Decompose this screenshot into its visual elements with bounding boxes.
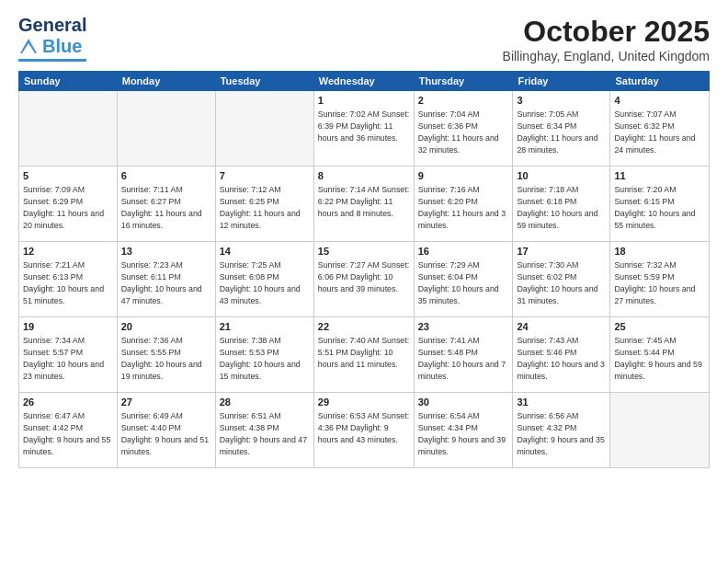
calendar-cell: 13Sunrise: 7:23 AM Sunset: 6:11 PM Dayli… bbox=[117, 242, 215, 317]
day-info: Sunrise: 7:02 AM Sunset: 6:39 PM Dayligh… bbox=[318, 109, 410, 144]
day-info: Sunrise: 7:11 AM Sunset: 6:27 PM Dayligh… bbox=[121, 184, 211, 231]
header: General Blue October 2025 Billinghay, En… bbox=[18, 15, 710, 63]
day-info: Sunrise: 7:38 AM Sunset: 5:53 PM Dayligh… bbox=[220, 335, 310, 382]
calendar-cell: 4Sunrise: 7:07 AM Sunset: 6:32 PM Daylig… bbox=[610, 91, 710, 167]
month-title: October 2025 bbox=[503, 15, 710, 49]
day-number: 8 bbox=[318, 169, 410, 183]
calendar-week-1: 1Sunrise: 7:02 AM Sunset: 6:39 PM Daylig… bbox=[19, 91, 710, 167]
day-info: Sunrise: 7:07 AM Sunset: 6:32 PM Dayligh… bbox=[614, 109, 705, 155]
day-info: Sunrise: 7:41 AM Sunset: 5:48 PM Dayligh… bbox=[418, 335, 509, 382]
day-number: 14 bbox=[220, 245, 310, 259]
day-number: 1 bbox=[318, 94, 410, 108]
day-info: Sunrise: 7:45 AM Sunset: 5:44 PM Dayligh… bbox=[614, 335, 705, 382]
calendar-cell: 10Sunrise: 7:18 AM Sunset: 6:18 PM Dayli… bbox=[513, 167, 610, 242]
day-info: Sunrise: 7:04 AM Sunset: 6:36 PM Dayligh… bbox=[418, 109, 509, 155]
day-info: Sunrise: 7:36 AM Sunset: 5:55 PM Dayligh… bbox=[121, 335, 211, 382]
day-number: 10 bbox=[517, 169, 606, 183]
day-number: 20 bbox=[121, 320, 211, 334]
calendar-cell: 31Sunrise: 6:56 AM Sunset: 4:32 PM Dayli… bbox=[513, 393, 610, 468]
day-info: Sunrise: 6:47 AM Sunset: 4:42 PM Dayligh… bbox=[23, 410, 113, 457]
calendar-week-2: 5Sunrise: 7:09 AM Sunset: 6:29 PM Daylig… bbox=[19, 167, 710, 242]
day-info: Sunrise: 7:23 AM Sunset: 6:11 PM Dayligh… bbox=[121, 259, 211, 306]
day-info: Sunrise: 7:18 AM Sunset: 6:18 PM Dayligh… bbox=[517, 184, 606, 231]
day-number: 11 bbox=[614, 169, 705, 183]
header-monday: Monday bbox=[117, 72, 215, 91]
day-info: Sunrise: 6:51 AM Sunset: 4:38 PM Dayligh… bbox=[220, 410, 310, 457]
day-number: 2 bbox=[418, 94, 509, 108]
day-number: 16 bbox=[418, 245, 509, 259]
day-info: Sunrise: 7:05 AM Sunset: 6:34 PM Dayligh… bbox=[517, 109, 606, 155]
day-number: 18 bbox=[614, 245, 705, 259]
calendar-cell: 25Sunrise: 7:45 AM Sunset: 5:44 PM Dayli… bbox=[610, 317, 710, 393]
day-number: 24 bbox=[517, 320, 606, 334]
logo-blue: Blue bbox=[42, 36, 82, 57]
logo-general: General bbox=[18, 15, 86, 36]
day-info: Sunrise: 7:25 AM Sunset: 6:08 PM Dayligh… bbox=[220, 259, 310, 306]
title-block: October 2025 Billinghay, England, United… bbox=[503, 15, 710, 63]
calendar-cell: 1Sunrise: 7:02 AM Sunset: 6:39 PM Daylig… bbox=[313, 91, 414, 167]
calendar-cell: 28Sunrise: 6:51 AM Sunset: 4:38 PM Dayli… bbox=[215, 393, 313, 468]
logo: General Blue bbox=[18, 15, 86, 62]
header-saturday: Saturday bbox=[610, 72, 710, 91]
day-info: Sunrise: 6:54 AM Sunset: 4:34 PM Dayligh… bbox=[418, 410, 509, 457]
calendar-cell: 20Sunrise: 7:36 AM Sunset: 5:55 PM Dayli… bbox=[117, 317, 215, 393]
calendar-cell: 21Sunrise: 7:38 AM Sunset: 5:53 PM Dayli… bbox=[215, 317, 313, 393]
header-sunday: Sunday bbox=[19, 72, 118, 91]
day-number: 5 bbox=[23, 169, 113, 183]
day-info: Sunrise: 6:53 AM Sunset: 4:36 PM Dayligh… bbox=[318, 410, 410, 445]
header-friday: Friday bbox=[513, 72, 610, 91]
page: General Blue October 2025 Billinghay, En… bbox=[0, 0, 728, 563]
calendar-cell: 7Sunrise: 7:12 AM Sunset: 6:25 PM Daylig… bbox=[215, 167, 313, 242]
calendar-cell: 3Sunrise: 7:05 AM Sunset: 6:34 PM Daylig… bbox=[513, 91, 610, 167]
calendar-cell: 22Sunrise: 7:40 AM Sunset: 5:51 PM Dayli… bbox=[313, 317, 414, 393]
header-thursday: Thursday bbox=[414, 72, 513, 91]
calendar-cell: 26Sunrise: 6:47 AM Sunset: 4:42 PM Dayli… bbox=[19, 393, 118, 468]
day-number: 31 bbox=[517, 396, 606, 409]
calendar-cell: 19Sunrise: 7:34 AM Sunset: 5:57 PM Dayli… bbox=[19, 317, 118, 393]
day-info: Sunrise: 7:32 AM Sunset: 5:59 PM Dayligh… bbox=[614, 259, 705, 306]
day-info: Sunrise: 7:16 AM Sunset: 6:20 PM Dayligh… bbox=[418, 184, 509, 231]
calendar-cell: 27Sunrise: 6:49 AM Sunset: 4:40 PM Dayli… bbox=[117, 393, 215, 468]
day-number: 12 bbox=[23, 245, 113, 259]
day-number: 26 bbox=[23, 396, 113, 409]
calendar-cell: 17Sunrise: 7:30 AM Sunset: 6:02 PM Dayli… bbox=[513, 242, 610, 317]
calendar-cell: 24Sunrise: 7:43 AM Sunset: 5:46 PM Dayli… bbox=[513, 317, 610, 393]
calendar-week-3: 12Sunrise: 7:21 AM Sunset: 6:13 PM Dayli… bbox=[19, 242, 710, 317]
calendar-cell: 15Sunrise: 7:27 AM Sunset: 6:06 PM Dayli… bbox=[313, 242, 414, 317]
day-number: 15 bbox=[318, 245, 410, 259]
day-info: Sunrise: 7:29 AM Sunset: 6:04 PM Dayligh… bbox=[418, 259, 509, 306]
day-info: Sunrise: 6:56 AM Sunset: 4:32 PM Dayligh… bbox=[517, 410, 606, 457]
header-tuesday: Tuesday bbox=[215, 72, 313, 91]
calendar-week-5: 26Sunrise: 6:47 AM Sunset: 4:42 PM Dayli… bbox=[19, 393, 710, 468]
calendar-cell: 16Sunrise: 7:29 AM Sunset: 6:04 PM Dayli… bbox=[414, 242, 513, 317]
day-info: Sunrise: 7:20 AM Sunset: 6:15 PM Dayligh… bbox=[614, 184, 705, 231]
day-number: 7 bbox=[220, 169, 310, 183]
calendar-cell: 29Sunrise: 6:53 AM Sunset: 4:36 PM Dayli… bbox=[313, 393, 414, 468]
day-number: 9 bbox=[418, 169, 509, 183]
location: Billinghay, England, United Kingdom bbox=[503, 49, 710, 63]
calendar-cell bbox=[215, 91, 313, 167]
calendar-cell bbox=[610, 393, 710, 468]
day-number: 21 bbox=[220, 320, 310, 334]
calendar-cell: 30Sunrise: 6:54 AM Sunset: 4:34 PM Dayli… bbox=[414, 393, 513, 468]
day-number: 29 bbox=[318, 396, 410, 409]
day-info: Sunrise: 7:34 AM Sunset: 5:57 PM Dayligh… bbox=[23, 335, 113, 382]
day-info: Sunrise: 7:21 AM Sunset: 6:13 PM Dayligh… bbox=[23, 259, 113, 306]
days-header-row: Sunday Monday Tuesday Wednesday Thursday… bbox=[19, 72, 710, 91]
calendar-cell: 14Sunrise: 7:25 AM Sunset: 6:08 PM Dayli… bbox=[215, 242, 313, 317]
day-number: 6 bbox=[121, 169, 211, 183]
calendar-cell: 18Sunrise: 7:32 AM Sunset: 5:59 PM Dayli… bbox=[610, 242, 710, 317]
calendar-cell: 5Sunrise: 7:09 AM Sunset: 6:29 PM Daylig… bbox=[19, 167, 118, 242]
calendar-week-4: 19Sunrise: 7:34 AM Sunset: 5:57 PM Dayli… bbox=[19, 317, 710, 393]
calendar-cell: 9Sunrise: 7:16 AM Sunset: 6:20 PM Daylig… bbox=[414, 167, 513, 242]
day-number: 25 bbox=[614, 320, 705, 334]
day-number: 23 bbox=[418, 320, 509, 334]
day-number: 22 bbox=[318, 320, 410, 334]
day-info: Sunrise: 7:40 AM Sunset: 5:51 PM Dayligh… bbox=[318, 335, 410, 370]
day-number: 3 bbox=[517, 94, 606, 108]
day-number: 27 bbox=[121, 396, 211, 409]
calendar-cell bbox=[19, 91, 118, 167]
day-number: 17 bbox=[517, 245, 606, 259]
day-info: Sunrise: 7:27 AM Sunset: 6:06 PM Dayligh… bbox=[318, 259, 410, 294]
calendar-cell: 2Sunrise: 7:04 AM Sunset: 6:36 PM Daylig… bbox=[414, 91, 513, 167]
